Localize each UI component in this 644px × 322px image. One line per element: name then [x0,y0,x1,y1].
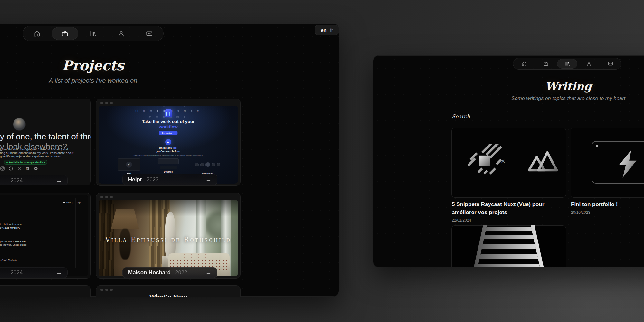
bento-icon [34,166,38,171]
desktop-background: en fr Projects A list of projects I've w… [0,0,644,322]
project-card-clipped[interactable] [0,285,91,297]
story-line1: it. I believe in a more [0,223,22,226]
app-icons-row-top: ✦ ◳ ▤ ◫ ✦ ◈ [99,106,238,107]
header-divider [0,88,329,88]
project-bar-maison[interactable]: Maison Hochard 2022 → [122,267,217,278]
arrow-right-icon[interactable]: → [205,176,212,183]
mail-icon [608,61,613,66]
nav-item-contact[interactable] [600,59,620,69]
nav-item-projects[interactable] [535,59,556,69]
project-bar-story[interactable]: 2024 → [0,267,68,278]
feature-integrations: Integrations [192,158,223,175]
home-icon [33,30,40,37]
nav-item-about[interactable] [108,27,134,40]
lightning-bolt-icon [618,150,638,178]
article-card-raycast-nuxt[interactable] [451,128,566,198]
availability-badge: Available for new opportunities [4,160,47,165]
avatar [13,118,25,130]
helpr-sub-line2: you've used before [99,150,238,153]
intro-heading-line1: y of one, the talent of three [0,132,91,142]
window-dots [100,102,113,104]
main-nav [513,58,621,70]
project-bar-intro[interactable]: 2024 → [0,175,68,185]
article-date: 22/01/2024 [452,218,471,223]
article-card-portfolio[interactable] [571,128,644,198]
nav-item-home[interactable] [514,59,534,69]
page-subtitle: A list of projects I've worked on [13,77,174,84]
villa-photo: Villa Ephrussi de Rothschild [99,200,238,276]
main-nav [23,26,164,41]
project-year: 2024 [11,270,23,276]
helpr-hero-line2: workflow [99,124,238,129]
projects-window: en fr Projects A list of projects I've w… [0,24,339,297]
play-button: ▶ [165,139,171,145]
project-card-maison[interactable]: Villa Ephrussi de Rothschild Maison Hoch… [96,193,241,279]
light-swatch-icon [74,202,75,203]
arrow-right-icon[interactable]: → [56,269,62,276]
arrow-right-icon[interactable]: → [205,269,212,276]
article-title[interactable]: Fini ton portfolio ! [571,200,644,208]
home-icon [522,61,527,66]
ladder-icon [451,225,566,267]
dark-swatch-icon [63,202,65,203]
library-icon [90,30,96,37]
arrow-right-icon[interactable]: → [56,177,62,184]
article-title[interactable]: 5 Snippets Raycast Nuxt (Vue) pour améli… [452,200,568,216]
helpr-hero-line1: Take the work out of your [99,119,238,124]
project-card-helpr[interactable]: ✦ ◳ ▤ ◫ ✦ ◈ ◯ ◉ ▤ ◆ ▣ ◫ ◈ M ◈ M M ▤ ◈ ◫ … [96,99,241,186]
helpr-sub-line1: Unlike any tool [99,147,238,149]
nav-item-projects[interactable] [52,27,78,40]
library-icon [565,61,570,66]
intro-body-line2: ring a unique dimension to my work. Pass… [0,151,73,155]
writing-window: Writing Some writings on topics that are… [373,55,644,267]
window-dots [100,289,113,291]
feature-dynamic: Dynamic Create powerful flows with our d… [153,158,184,175]
project-name: Maison Hochard [128,270,171,276]
social-icons: in [0,166,38,171]
mail-icon [146,30,153,37]
lang-fr[interactable]: fr [330,27,333,33]
search-label[interactable]: Search [452,113,470,119]
story-page-edge [75,198,76,268]
helpr-tagline: Designed to be fast to the last pixel, h… [99,154,238,156]
nuxt-logo-icon [525,149,560,174]
window-dots [100,196,113,198]
linkedin-icon: in [25,166,30,171]
svg-text:in: in [26,168,28,170]
status-dot-icon [6,162,8,163]
nav-item-writing[interactable] [557,59,577,69]
helpr-screenshot: ✦ ◳ ▤ ◫ ✦ ◈ ◯ ◉ ▤ ◆ ▣ ◫ ◈ M ◈ M M ▤ ◈ ◫ … [99,106,238,184]
nav-item-about[interactable] [579,59,599,69]
header-divider [383,108,644,108]
user-icon [586,61,592,66]
page-title: Projects [13,58,174,73]
project-card-intro[interactable]: y of one, the talent of three y look els… [0,99,91,185]
page-title: Writing [504,80,633,93]
github-icon [9,166,13,171]
project-name: Helpr [128,176,142,183]
intro-body-line3: give life to projects that captivate and… [0,155,61,158]
project-card-whats-new[interactable]: What's New [96,285,241,297]
article-card-ladder[interactable] [451,225,566,267]
x-collab-symbol: × [501,157,505,166]
story-line3: portant one is Mockline [0,240,26,243]
lightning-icon: ⚡ [126,162,132,168]
language-switcher: en fr [315,25,339,35]
availability-badge-label: Available for new opportunities [9,161,45,164]
lang-en[interactable]: en [321,27,327,33]
theme-toggle: Dark | Light [63,201,81,204]
nav-item-writing[interactable] [80,27,106,40]
helpr-app-icon: ❙❙ [165,109,172,117]
project-bar-helpr[interactable]: Helpr 2023 → [122,174,217,185]
project-year: 2022 [175,270,187,276]
whats-new-title: What's New [96,293,241,297]
project-card-story[interactable]: Dark | Light it. I believe in a more e? … [0,193,91,279]
page-subtitle: Some writings on topics that are close t… [504,96,633,101]
story-screenshot [0,195,88,276]
get-started-button: Get started → [159,131,177,135]
project-year: 2023 [147,177,159,183]
nav-item-contact[interactable] [136,27,162,40]
story-line2: e? Read my story [0,226,20,229]
integration-icons [195,158,220,171]
nav-item-home[interactable] [24,27,50,40]
